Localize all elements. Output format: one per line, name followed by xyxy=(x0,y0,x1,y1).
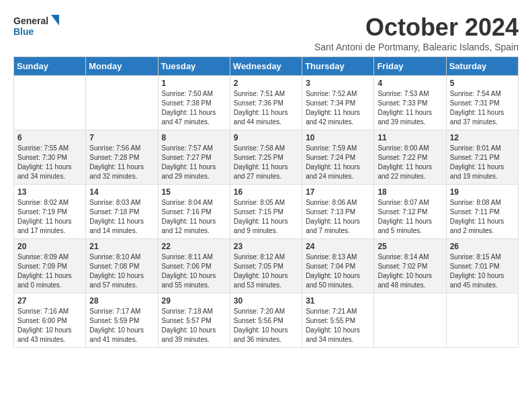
calendar-cell xyxy=(446,293,518,348)
weekday-header-tuesday: Tuesday xyxy=(158,57,230,76)
day-number: 1 xyxy=(162,79,226,88)
day-number: 5 xyxy=(450,79,515,88)
day-info: Sunrise: 8:05 AM Sunset: 7:15 PM Dayligh… xyxy=(234,198,298,236)
day-info: Sunrise: 7:18 AM Sunset: 5:57 PM Dayligh… xyxy=(162,307,226,345)
day-number: 19 xyxy=(450,187,515,197)
week-row-4: 20Sunrise: 8:09 AM Sunset: 7:09 PM Dayli… xyxy=(14,239,519,293)
calendar-cell: 26Sunrise: 8:15 AM Sunset: 7:01 PM Dayli… xyxy=(446,239,518,293)
calendar-cell: 17Sunrise: 8:06 AM Sunset: 7:13 PM Dayli… xyxy=(302,185,374,239)
day-number: 15 xyxy=(162,187,226,197)
day-number: 10 xyxy=(306,133,370,142)
day-info: Sunrise: 8:04 AM Sunset: 7:16 PM Dayligh… xyxy=(162,198,226,236)
calendar-cell: 28Sunrise: 7:17 AM Sunset: 5:59 PM Dayli… xyxy=(86,293,158,348)
day-number: 9 xyxy=(234,133,298,142)
page-header: General Blue October 2024 Sant Antoni de… xyxy=(13,13,519,52)
day-number: 16 xyxy=(234,187,298,197)
day-info: Sunrise: 7:56 AM Sunset: 7:28 PM Dayligh… xyxy=(89,144,154,181)
weekday-header-saturday: Saturday xyxy=(446,57,518,76)
day-info: Sunrise: 7:17 AM Sunset: 5:59 PM Dayligh… xyxy=(89,307,154,345)
day-number: 21 xyxy=(89,242,154,251)
calendar-cell: 15Sunrise: 8:04 AM Sunset: 7:16 PM Dayli… xyxy=(158,185,230,239)
calendar-cell: 1Sunrise: 7:50 AM Sunset: 7:38 PM Daylig… xyxy=(158,76,230,130)
day-number: 23 xyxy=(234,242,298,251)
week-row-5: 27Sunrise: 7:16 AM Sunset: 6:00 PM Dayli… xyxy=(14,293,519,348)
calendar-cell: 14Sunrise: 8:03 AM Sunset: 7:18 PM Dayli… xyxy=(86,185,158,239)
day-info: Sunrise: 8:10 AM Sunset: 7:08 PM Dayligh… xyxy=(89,253,154,290)
day-number: 2 xyxy=(234,79,298,88)
day-info: Sunrise: 8:13 AM Sunset: 7:04 PM Dayligh… xyxy=(306,253,370,290)
calendar-cell: 31Sunrise: 7:21 AM Sunset: 5:55 PM Dayli… xyxy=(302,293,374,348)
day-info: Sunrise: 7:52 AM Sunset: 7:34 PM Dayligh… xyxy=(306,89,370,127)
svg-text:Blue: Blue xyxy=(13,26,34,37)
day-info: Sunrise: 8:00 AM Sunset: 7:22 PM Dayligh… xyxy=(378,144,442,181)
location-subtitle: Sant Antoni de Portmany, Balearic Island… xyxy=(314,42,519,52)
day-number: 13 xyxy=(17,187,82,197)
day-number: 20 xyxy=(17,242,82,251)
day-number: 8 xyxy=(162,133,226,142)
calendar-cell xyxy=(86,76,158,130)
svg-text:General: General xyxy=(13,15,48,26)
day-info: Sunrise: 8:08 AM Sunset: 7:11 PM Dayligh… xyxy=(450,198,515,236)
day-info: Sunrise: 8:01 AM Sunset: 7:21 PM Dayligh… xyxy=(450,144,515,181)
calendar-cell: 3Sunrise: 7:52 AM Sunset: 7:34 PM Daylig… xyxy=(302,76,374,130)
day-number: 30 xyxy=(234,296,298,306)
calendar-cell: 24Sunrise: 8:13 AM Sunset: 7:04 PM Dayli… xyxy=(302,239,374,293)
calendar-cell: 30Sunrise: 7:20 AM Sunset: 5:56 PM Dayli… xyxy=(230,293,302,348)
calendar-cell: 13Sunrise: 8:02 AM Sunset: 7:19 PM Dayli… xyxy=(14,185,86,239)
day-number: 12 xyxy=(450,133,515,142)
day-number: 14 xyxy=(89,187,154,197)
month-title: October 2024 xyxy=(314,13,519,42)
calendar-table: SundayMondayTuesdayWednesdayThursdayFrid… xyxy=(13,56,519,348)
day-info: Sunrise: 7:59 AM Sunset: 7:24 PM Dayligh… xyxy=(306,144,370,181)
calendar-cell: 8Sunrise: 7:57 AM Sunset: 7:27 PM Daylig… xyxy=(158,130,230,185)
calendar-cell: 10Sunrise: 7:59 AM Sunset: 7:24 PM Dayli… xyxy=(302,130,374,185)
day-number: 29 xyxy=(162,296,226,306)
calendar-cell: 6Sunrise: 7:55 AM Sunset: 7:30 PM Daylig… xyxy=(14,130,86,185)
day-info: Sunrise: 7:53 AM Sunset: 7:33 PM Dayligh… xyxy=(378,89,442,127)
day-number: 27 xyxy=(17,296,82,306)
weekday-header-wednesday: Wednesday xyxy=(230,57,302,76)
day-number: 3 xyxy=(306,79,370,88)
calendar-cell: 29Sunrise: 7:18 AM Sunset: 5:57 PM Dayli… xyxy=(158,293,230,348)
weekday-header-row: SundayMondayTuesdayWednesdayThursdayFrid… xyxy=(14,57,519,76)
calendar-cell: 4Sunrise: 7:53 AM Sunset: 7:33 PM Daylig… xyxy=(374,76,446,130)
day-info: Sunrise: 7:58 AM Sunset: 7:25 PM Dayligh… xyxy=(234,144,298,181)
day-number: 17 xyxy=(306,187,370,197)
day-info: Sunrise: 8:06 AM Sunset: 7:13 PM Dayligh… xyxy=(306,198,370,236)
day-number: 25 xyxy=(378,242,442,251)
day-info: Sunrise: 7:16 AM Sunset: 6:00 PM Dayligh… xyxy=(17,307,82,345)
logo: General Blue xyxy=(13,13,60,40)
calendar-cell: 16Sunrise: 8:05 AM Sunset: 7:15 PM Dayli… xyxy=(230,185,302,239)
weekday-header-monday: Monday xyxy=(86,57,158,76)
day-number: 24 xyxy=(306,242,370,251)
calendar-cell: 11Sunrise: 8:00 AM Sunset: 7:22 PM Dayli… xyxy=(374,130,446,185)
calendar-cell: 22Sunrise: 8:11 AM Sunset: 7:06 PM Dayli… xyxy=(158,239,230,293)
calendar-cell: 19Sunrise: 8:08 AM Sunset: 7:11 PM Dayli… xyxy=(446,185,518,239)
week-row-1: 1Sunrise: 7:50 AM Sunset: 7:38 PM Daylig… xyxy=(14,76,519,130)
day-number: 11 xyxy=(378,133,442,142)
calendar-cell: 18Sunrise: 8:07 AM Sunset: 7:12 PM Dayli… xyxy=(374,185,446,239)
day-number: 6 xyxy=(17,133,82,142)
day-info: Sunrise: 7:57 AM Sunset: 7:27 PM Dayligh… xyxy=(162,144,226,181)
calendar-cell: 20Sunrise: 8:09 AM Sunset: 7:09 PM Dayli… xyxy=(14,239,86,293)
day-info: Sunrise: 8:14 AM Sunset: 7:02 PM Dayligh… xyxy=(378,253,442,290)
day-number: 22 xyxy=(162,242,226,251)
weekday-header-sunday: Sunday xyxy=(14,57,86,76)
week-row-3: 13Sunrise: 8:02 AM Sunset: 7:19 PM Dayli… xyxy=(14,185,519,239)
day-number: 28 xyxy=(89,296,154,306)
day-info: Sunrise: 7:21 AM Sunset: 5:55 PM Dayligh… xyxy=(306,307,370,345)
day-info: Sunrise: 7:20 AM Sunset: 5:56 PM Dayligh… xyxy=(234,307,298,345)
day-info: Sunrise: 7:50 AM Sunset: 7:38 PM Dayligh… xyxy=(162,89,226,127)
calendar-cell: 9Sunrise: 7:58 AM Sunset: 7:25 PM Daylig… xyxy=(230,130,302,185)
day-info: Sunrise: 8:12 AM Sunset: 7:05 PM Dayligh… xyxy=(234,253,298,290)
day-info: Sunrise: 8:03 AM Sunset: 7:18 PM Dayligh… xyxy=(89,198,154,236)
day-info: Sunrise: 8:07 AM Sunset: 7:12 PM Dayligh… xyxy=(378,198,442,236)
day-number: 4 xyxy=(378,79,442,88)
calendar-cell xyxy=(14,76,86,130)
calendar-cell xyxy=(374,293,446,348)
day-number: 26 xyxy=(450,242,515,251)
weekday-header-friday: Friday xyxy=(374,57,446,76)
calendar-cell: 27Sunrise: 7:16 AM Sunset: 6:00 PM Dayli… xyxy=(14,293,86,348)
calendar-cell: 12Sunrise: 8:01 AM Sunset: 7:21 PM Dayli… xyxy=(446,130,518,185)
calendar-cell: 23Sunrise: 8:12 AM Sunset: 7:05 PM Dayli… xyxy=(230,239,302,293)
